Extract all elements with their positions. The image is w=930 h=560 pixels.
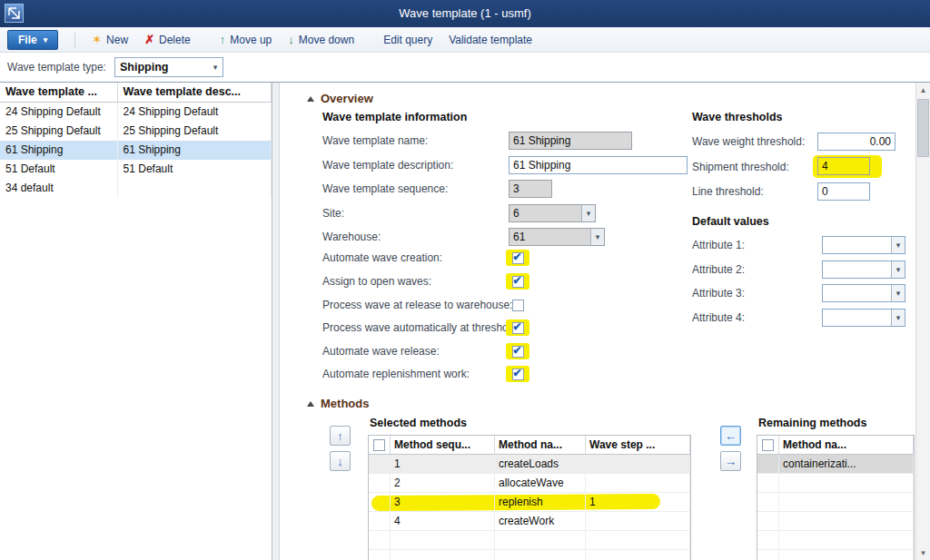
table-row[interactable]: 34 default (0, 179, 272, 198)
chevron-down-icon[interactable]: ▾ (891, 285, 905, 301)
attribute-1-select[interactable]: ▾ (822, 236, 905, 254)
column-header-wave-template[interactable]: Wave template ... (0, 83, 118, 102)
scroll-down-button[interactable]: ▼ (916, 545, 930, 560)
wave-template-name-value: 61 Shipping (513, 134, 570, 147)
table-row[interactable]: 1 createLoads (369, 455, 690, 474)
selected-methods-title: Selected methods (370, 417, 467, 429)
panel-splitter[interactable] (272, 83, 280, 560)
chevron-down-icon[interactable]: ▾ (590, 229, 604, 245)
cell-step (586, 455, 690, 473)
cell-seq: 4 (391, 512, 495, 530)
select-all-checkbox[interactable] (369, 436, 391, 454)
delete-button[interactable]: ✗ Delete (144, 34, 191, 46)
file-menu-label: File (18, 34, 37, 46)
assign-to-open-waves-label: Assign to open waves: (322, 275, 431, 288)
attribute-2-select[interactable]: ▾ (822, 260, 905, 279)
file-menu-button[interactable]: File ▾ (7, 30, 58, 50)
scroll-up-button[interactable]: ▲ (916, 83, 930, 97)
methods-section-header[interactable]: Methods (307, 397, 369, 410)
automate-wave-creation-checkbox[interactable] (506, 250, 529, 266)
chevron-down-icon: ▾ (208, 63, 223, 72)
table-row-empty[interactable] (369, 531, 690, 550)
select-all-checkbox[interactable] (757, 436, 779, 454)
table-row-selected[interactable]: 61 Shipping 61 Shipping (0, 141, 272, 160)
move-down-button[interactable]: ↓ Move down (288, 34, 354, 46)
table-row-empty[interactable] (757, 474, 914, 493)
overview-section-header[interactable]: Overview (307, 92, 373, 105)
wave-weight-threshold-label: Wave weight threshold: (692, 135, 805, 148)
automate-replenishment-work-label: Automate replenishment work: (322, 368, 470, 380)
table-row[interactable]: 4 createWork (369, 512, 690, 531)
move-up-button[interactable]: ↑ Move up (220, 34, 272, 46)
edit-query-button[interactable]: Edit query (383, 34, 432, 46)
process-wave-at-release-checkbox[interactable] (506, 297, 529, 313)
table-row[interactable]: 51 Default 51 Default (0, 160, 272, 179)
wave-template-sequence-field[interactable]: 3 (509, 180, 552, 198)
cell-method: createWork (495, 512, 586, 530)
chevron-down-icon[interactable]: ▾ (891, 237, 905, 253)
checkbox-icon (512, 300, 524, 311)
cell-name: 51 Default (0, 160, 118, 179)
checkbox-icon (512, 368, 524, 380)
line-threshold-field[interactable]: 0 (817, 182, 870, 201)
collapse-icon (307, 401, 314, 407)
wave-weight-threshold-value: 0.00 (870, 135, 891, 148)
scrollbar-thumb[interactable] (917, 99, 929, 157)
arrow-up-icon: ↑ (220, 34, 226, 45)
table-row-empty[interactable] (757, 493, 914, 512)
move-to-remaining-button[interactable]: → (720, 451, 741, 471)
collapse-icon (307, 96, 314, 102)
checkbox-icon (512, 346, 524, 358)
selected-methods-grid: Method sequ... Method na... Wave step ..… (368, 435, 691, 560)
table-row-empty[interactable] (757, 531, 914, 550)
process-wave-automatically-checkbox[interactable] (506, 319, 529, 336)
column-header-method-sequence[interactable]: Method sequ... (391, 436, 495, 454)
attribute-3-label: Attribute 3: (692, 287, 745, 300)
validate-template-button[interactable]: Validate template (449, 34, 532, 46)
line-threshold-label: Line threshold: (692, 185, 764, 198)
chevron-down-icon[interactable]: ▾ (891, 309, 905, 326)
toolbar: File ▾ ✶ New ✗ Delete ↑ Move up ↓ Move d… (0, 27, 930, 53)
vertical-scrollbar[interactable]: ▲ ▼ (915, 83, 930, 560)
chevron-down-icon[interactable]: ▾ (891, 261, 905, 278)
cell-name: 25 Shipping Default (0, 122, 118, 141)
attribute-3-select[interactable]: ▾ (822, 284, 905, 302)
wave-template-type-select[interactable]: Shipping ▾ (114, 57, 223, 77)
delete-icon: ✗ (144, 34, 154, 45)
column-header-wave-template-desc[interactable]: Wave template desc... (118, 83, 272, 102)
table-row[interactable]: 25 Shipping Default 25 Shipping Default (0, 122, 272, 141)
wave-template-description-field[interactable]: 61 Shipping (509, 156, 688, 174)
table-row-selected[interactable]: containerizati... (757, 455, 914, 474)
method-move-up-button[interactable]: ↑ (330, 426, 351, 446)
table-row-empty[interactable] (757, 550, 914, 560)
column-header-method-name[interactable]: Method na... (779, 436, 914, 454)
chevron-down-icon[interactable]: ▾ (581, 205, 595, 221)
table-row-empty[interactable] (369, 550, 690, 560)
wave-thresholds-header: Wave thresholds (692, 111, 783, 123)
automate-wave-release-checkbox[interactable] (506, 343, 529, 359)
wave-template-name-field[interactable]: 61 Shipping (509, 132, 632, 150)
site-select[interactable]: 6 ▾ (509, 204, 596, 222)
automate-replenishment-work-checkbox[interactable] (506, 366, 529, 382)
warehouse-select[interactable]: 61 ▾ (509, 228, 605, 246)
table-row[interactable]: 2 allocateWave (369, 474, 690, 493)
wave-weight-threshold-field[interactable]: 0.00 (817, 133, 895, 151)
method-move-down-button[interactable]: ↓ (330, 451, 351, 471)
assign-to-open-waves-checkbox[interactable] (506, 273, 529, 290)
table-row-empty[interactable] (757, 512, 914, 531)
attribute-4-select[interactable]: ▾ (822, 309, 905, 327)
column-header-wave-step[interactable]: Wave step ... (586, 436, 690, 454)
shipment-threshold-field[interactable]: 4 (817, 157, 870, 175)
cell-desc: 61 Shipping (118, 141, 272, 160)
cell-desc: 51 Default (118, 160, 272, 179)
move-to-selected-button[interactable]: ← (720, 426, 741, 446)
new-button[interactable]: ✶ New (92, 34, 128, 46)
column-header-method-name[interactable]: Method na... (495, 436, 586, 454)
line-threshold-value: 0 (822, 185, 828, 198)
shipment-threshold-highlight: 4 (813, 155, 882, 178)
table-row-highlighted[interactable]: 3 replenish 1 (369, 493, 690, 512)
checkbox-icon (373, 439, 385, 451)
automate-wave-release-label: Automate wave release: (322, 345, 440, 358)
table-row[interactable]: 24 Shipping Default 24 Shipping Default (0, 103, 272, 122)
title-bar: Wave template (1 - usmf) (0, 0, 930, 27)
